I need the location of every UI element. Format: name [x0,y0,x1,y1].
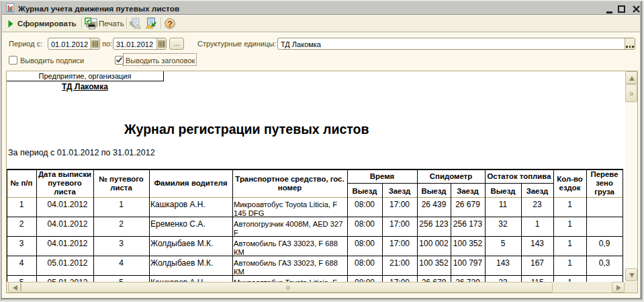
svg-text:?: ? [167,19,173,29]
